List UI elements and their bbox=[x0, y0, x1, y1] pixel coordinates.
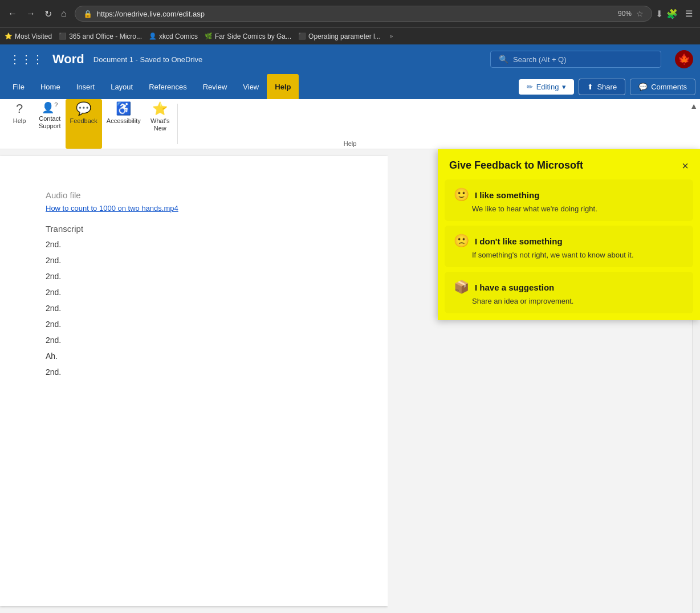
like-desc: We like to hear what we're doing right. bbox=[454, 205, 597, 213]
doc-right-area: Give Feedback to Microsoft × 🙂 I like so… bbox=[388, 149, 700, 613]
comments-button[interactable]: 💬 Comments bbox=[630, 79, 695, 95]
download-icon[interactable]: ⬇ bbox=[656, 9, 663, 19]
dislike-icon: 🙁 bbox=[454, 234, 469, 248]
search-box[interactable]: 🔍 Search (Alt + Q) bbox=[490, 51, 661, 68]
transcript-heading: Transcript bbox=[46, 224, 83, 234]
editing-button[interactable]: ✏ Editing ▾ bbox=[519, 79, 575, 95]
ribbon-help-btn[interactable]: ? Help bbox=[5, 99, 34, 149]
dislike-title: I don't like something bbox=[475, 236, 563, 246]
menu-bar: File Home Insert Layout References Revie… bbox=[0, 74, 700, 99]
ribbon-accessibility-label: Accessibility bbox=[107, 117, 141, 125]
menu-help[interactable]: Help bbox=[267, 74, 299, 99]
ribbon: ? Help 👤? ContactSupport 💬 Feedback ♿ Ac… bbox=[0, 99, 700, 149]
editing-chevron-icon: ▾ bbox=[562, 83, 566, 91]
accessibility-icon: ♿ bbox=[116, 101, 131, 116]
forward-button[interactable]: → bbox=[23, 6, 39, 22]
ribbon-whats-new-label: What'sNew bbox=[150, 117, 169, 132]
audio-link[interactable]: How to count to 1000 on two hands.mp4 bbox=[46, 204, 342, 212]
like-icon: 🙂 bbox=[454, 187, 469, 202]
editing-icon: ✏ bbox=[527, 83, 533, 91]
ribbon-whats-new-btn[interactable]: ⭐ What'sNew bbox=[145, 99, 175, 149]
doc-line-2: 2nd. bbox=[46, 256, 342, 265]
app-name: Word bbox=[52, 52, 84, 67]
menu-right: ✏ Editing ▾ ⬆ Share 💬 Comments bbox=[519, 74, 695, 99]
home-button[interactable]: ⌂ bbox=[58, 6, 70, 22]
feedback-icon: 💬 bbox=[76, 101, 91, 116]
bookmark-xkcd[interactable]: 👤 xkcd Comics bbox=[149, 32, 198, 40]
feedback-suggestion-header: 📦 I have a suggestion bbox=[454, 280, 554, 295]
bookmark-365-office[interactable]: ⬛ 365 and Office - Micro... bbox=[59, 32, 142, 40]
audio-heading: Audio file bbox=[46, 190, 81, 200]
bookmarks-bar: ⭐ Most Visited ⬛ 365 and Office - Micro.… bbox=[0, 27, 700, 44]
menu-insert[interactable]: Insert bbox=[68, 74, 103, 99]
suggestion-title: I have a suggestion bbox=[475, 283, 554, 292]
doc-line-8: Ah. bbox=[46, 352, 342, 361]
dislike-desc: If something's not right, we want to kno… bbox=[454, 251, 634, 259]
bookmark-farside[interactable]: 🌿 Far Side Comics by Ga... bbox=[205, 32, 291, 40]
share-button[interactable]: ⬆ Share bbox=[579, 79, 625, 95]
doc-line-1: 2nd. bbox=[46, 240, 342, 249]
whats-new-icon: ⭐ bbox=[152, 101, 168, 116]
user-avatar[interactable]: 🍁 bbox=[675, 50, 693, 68]
app-grid-icon[interactable]: ⋮⋮⋮ bbox=[7, 50, 46, 68]
share-icon: ⬆ bbox=[587, 83, 593, 91]
feedback-options: 🙂 I like something We like to hear what … bbox=[438, 179, 700, 320]
feedback-header: Give Feedback to Microsoft × bbox=[438, 149, 700, 179]
document-area: ↖ Audio file How to count to 1000 on two… bbox=[0, 149, 700, 613]
back-button[interactable]: ← bbox=[5, 6, 21, 22]
feedback-like-header: 🙂 I like something bbox=[454, 187, 539, 202]
ribbon-help-label: Help bbox=[13, 117, 26, 125]
menu-home[interactable]: Home bbox=[32, 74, 68, 99]
doc-line-3: 2nd. bbox=[46, 272, 342, 281]
browser-icons: ☰ bbox=[682, 7, 695, 20]
menu-view[interactable]: View bbox=[235, 74, 267, 99]
ribbon-group-label: Help bbox=[344, 140, 357, 147]
feedback-panel: Give Feedback to Microsoft × 🙂 I like so… bbox=[438, 149, 700, 320]
menu-layout[interactable]: Layout bbox=[103, 74, 141, 99]
doc-title: Document 1 - Saved to OneDrive bbox=[93, 55, 202, 64]
help-icon: ? bbox=[16, 101, 23, 116]
search-placeholder: Search (Alt + Q) bbox=[513, 55, 567, 64]
zoom-badge: 90% bbox=[618, 10, 632, 18]
doc-line-7: 2nd. bbox=[46, 336, 342, 345]
more-bookmarks[interactable]: » bbox=[390, 33, 393, 39]
doc-line-6: 2nd. bbox=[46, 320, 342, 329]
browser-chrome: ← → ↻ ⌂ 🔒 https://onedrive.live.com/edit… bbox=[0, 0, 700, 27]
extensions-icon[interactable]: 🧩 bbox=[666, 9, 678, 19]
feedback-like-btn[interactable]: 🙂 I like something We like to hear what … bbox=[445, 179, 693, 221]
bookmark-most-visited[interactable]: ⭐ Most Visited bbox=[5, 32, 52, 40]
feedback-dislike-btn[interactable]: 🙁 I don't like something If something's … bbox=[445, 226, 693, 267]
feedback-title: Give Feedback to Microsoft bbox=[449, 160, 583, 171]
ribbon-feedback-label: Feedback bbox=[70, 117, 97, 125]
suggestion-desc: Share an idea or improvement. bbox=[454, 297, 573, 305]
doc-line-5: 2nd. bbox=[46, 304, 342, 313]
comments-icon: 💬 bbox=[638, 83, 648, 91]
avatar-icon: 🍁 bbox=[678, 53, 690, 66]
nav-buttons: ← → ↻ ⌂ bbox=[5, 6, 70, 22]
address-bar-area: 🔒 https://onedrive.live.com/edit.asp 90%… bbox=[75, 6, 678, 22]
ribbon-collapse-btn[interactable]: ▲ bbox=[690, 101, 698, 111]
feedback-suggestion-btn[interactable]: 📦 I have a suggestion Share an idea or i… bbox=[445, 272, 693, 313]
app-titlebar: ⋮⋮⋮ Word Document 1 - Saved to OneDrive … bbox=[0, 44, 700, 74]
menu-review[interactable]: Review bbox=[195, 74, 235, 99]
ribbon-divider bbox=[177, 104, 178, 144]
feedback-close-btn[interactable]: × bbox=[682, 160, 689, 171]
menu-references[interactable]: References bbox=[141, 74, 194, 99]
url-text: https://onedrive.live.com/edit.asp bbox=[97, 10, 613, 18]
document-page: Audio file How to count to 1000 on two h… bbox=[0, 156, 388, 606]
feedback-dislike-header: 🙁 I don't like something bbox=[454, 234, 563, 248]
ribbon-contact-support-btn[interactable]: 👤? ContactSupport bbox=[34, 99, 66, 149]
ribbon-feedback-btn[interactable]: 💬 Feedback bbox=[66, 99, 102, 149]
menu-file[interactable]: File bbox=[5, 74, 32, 99]
contact-support-icon: 👤? bbox=[42, 101, 58, 114]
suggestion-icon: 📦 bbox=[454, 280, 469, 295]
ribbon-accessibility-btn[interactable]: ♿ Accessibility bbox=[102, 99, 145, 149]
menu-button[interactable]: ☰ bbox=[682, 7, 695, 20]
address-bar[interactable]: 🔒 https://onedrive.live.com/edit.asp 90%… bbox=[75, 6, 652, 22]
refresh-button[interactable]: ↻ bbox=[41, 6, 55, 22]
bookmark-operating[interactable]: ⬛ Operating parameter l... bbox=[298, 32, 381, 40]
doc-line-9: 2nd. bbox=[46, 367, 342, 377]
ribbon-contact-label: ContactSupport bbox=[39, 115, 61, 130]
doc-line-4: 2nd. bbox=[46, 288, 342, 297]
like-title: I like something bbox=[475, 190, 539, 200]
